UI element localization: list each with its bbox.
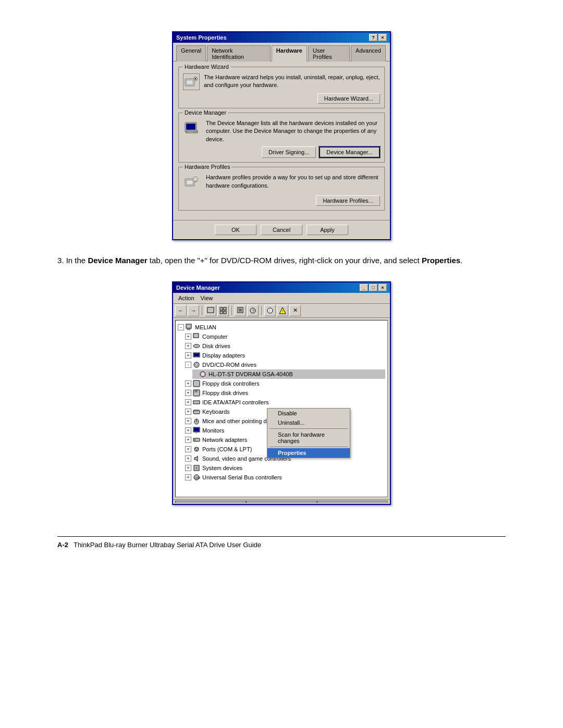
tree-network-label: Network adapters <box>202 437 247 443</box>
svg-rect-31 <box>193 334 199 338</box>
svg-rect-30 <box>187 329 190 330</box>
icon-ide <box>192 398 201 406</box>
svg-rect-8 <box>189 132 193 132</box>
toolbar-btn7[interactable]: ✕ <box>289 305 301 316</box>
icon-ports <box>192 445 201 453</box>
icon-keyboard <box>192 408 201 416</box>
context-disable[interactable]: Disable <box>267 409 350 418</box>
svg-point-53 <box>194 439 196 440</box>
expand-icon-sound[interactable]: + <box>185 455 191 462</box>
device-manager-content: The Device Manager lists all the hardwar… <box>183 119 380 143</box>
expand-icon-system[interactable]: + <box>185 465 191 471</box>
tree-item-system[interactable]: + System devices <box>185 463 385 473</box>
svg-point-56 <box>197 448 198 449</box>
tab-user-profiles[interactable]: User Profiles <box>308 45 350 61</box>
svg-rect-15 <box>220 307 223 310</box>
expand-icon-dvd[interactable]: - <box>185 362 191 368</box>
svg-rect-45 <box>195 411 197 412</box>
toolbar-btn2[interactable] <box>217 305 229 316</box>
tab-hardware[interactable]: Hardware <box>272 45 307 61</box>
tree-item-usb[interactable]: + USB Universal Serial Bus controllers <box>185 473 385 482</box>
expand-icon-floppy-drv[interactable]: + <box>185 390 191 396</box>
device-manager-button[interactable]: Device Manager... <box>319 146 380 158</box>
expand-icon-network[interactable]: + <box>185 437 191 443</box>
hardware-wizard-button[interactable]: Hardware Wizard... <box>317 93 380 104</box>
context-scan[interactable]: Scan for hardware changes <box>267 430 350 446</box>
dm-maximize-button[interactable]: □ <box>369 284 377 291</box>
ok-button[interactable]: OK <box>215 225 256 235</box>
hardware-wizard-group: Hardware Wizard The Hardware wizard <box>178 67 385 108</box>
tree-item-disk-drives[interactable]: + Disk drives <box>185 341 385 351</box>
device-manager-title: Device Manager <box>176 285 220 291</box>
context-uninstall[interactable]: Uninstall... <box>267 418 350 427</box>
menu-action[interactable]: Action <box>175 294 198 302</box>
dm-close-button[interactable]: × <box>378 284 387 291</box>
tree-hldt-label: HL-DT-ST DVDRAM GSA-4040B <box>209 371 293 377</box>
expand-icon-monitors[interactable]: + <box>185 427 191 434</box>
svg-point-36 <box>195 364 198 366</box>
tree-item-hldt[interactable]: HL-DT-ST DVDRAM GSA-4040B <box>192 369 385 379</box>
apply-button[interactable]: Apply <box>307 225 348 235</box>
menu-view[interactable]: View <box>198 294 216 302</box>
expand-icon-kbd[interactable]: + <box>185 409 191 415</box>
toolbar-forward[interactable]: → <box>188 305 199 316</box>
dm-minimize-button[interactable]: _ <box>360 284 368 291</box>
expand-icon-floppy-ctrl[interactable]: + <box>185 380 191 387</box>
expand-icon-root[interactable]: - <box>178 324 184 330</box>
tree-item-floppy-drv[interactable]: + Floppy disk drives <box>185 388 385 398</box>
hardware-profiles-icon: ... <box>183 174 202 192</box>
icon-cdrom-drive <box>199 370 207 378</box>
toolbar-btn4[interactable]: ? <box>247 305 259 316</box>
svg-point-55 <box>195 448 196 449</box>
svg-rect-39 <box>193 380 200 387</box>
svg-rect-17 <box>220 311 223 314</box>
driver-signing-button[interactable]: Driver Signing... <box>262 146 316 158</box>
tab-general[interactable]: General <box>176 45 206 61</box>
hardware-wizard-description: The Hardware wizard helps you install, u… <box>204 73 380 90</box>
svg-point-57 <box>196 450 197 451</box>
icon-system <box>192 464 201 472</box>
cancel-button[interactable]: Cancel <box>261 225 302 235</box>
icon-display <box>192 351 201 360</box>
tree-item-computer[interactable]: + Computer <box>185 332 385 341</box>
close-button[interactable]: × <box>378 34 387 41</box>
toolbar-back[interactable]: ← <box>175 305 187 316</box>
instruction-paragraph: 3. In the Device Manager tab, open the "… <box>57 255 506 267</box>
svg-text:!: ! <box>270 309 271 313</box>
instruction-number: 3. <box>57 256 64 265</box>
hardware-profiles-button[interactable]: Hardware Profiles... <box>316 195 380 206</box>
context-properties[interactable]: Properties <box>267 448 350 458</box>
tree-item-root[interactable]: - MELIAN <box>178 323 385 332</box>
icon-disk <box>192 342 201 350</box>
expand-icon-ide[interactable]: + <box>185 399 191 405</box>
svg-point-38 <box>202 373 204 375</box>
tree-item-dvd[interactable]: - DVD/CD-ROM drives <box>185 360 385 369</box>
expand-icon-disk[interactable]: + <box>185 343 191 349</box>
tree-item-ide[interactable]: + IDE ATA/ATAPI controllers <box>185 398 385 407</box>
expand-icon-ports[interactable]: + <box>185 446 191 452</box>
page-content: System Properties ? × General Network Id… <box>57 31 506 549</box>
expand-icon-mice[interactable]: + <box>185 418 191 424</box>
tree-floppy-ctrl-label: Floppy disk controllers <box>202 380 259 387</box>
instruction-bold1: Device Manager <box>88 256 147 265</box>
system-properties-title: System Properties <box>176 34 227 41</box>
instruction-text-middle: tab, open the "+" for DVD/CD-ROM drives,… <box>148 256 422 265</box>
toolbar-sep2 <box>231 306 232 315</box>
tree-item-display[interactable]: + Display adapters <box>185 351 385 360</box>
tab-advanced[interactable]: Advanced <box>351 45 386 61</box>
toolbar-btn3[interactable] <box>235 305 246 316</box>
expand-icon-usb[interactable]: + <box>185 474 191 480</box>
hardware-wizard-icon <box>183 73 200 90</box>
help-button[interactable]: ? <box>369 34 377 41</box>
toolbar-btn5[interactable]: ! <box>264 305 276 316</box>
expand-icon-computer[interactable]: + <box>185 334 191 340</box>
tree-item-floppy-ctrl[interactable]: + Floppy disk controllers <box>185 379 385 388</box>
icon-usb: USB <box>192 473 201 482</box>
tab-network-identification[interactable]: Network Identification <box>207 45 271 61</box>
expand-icon-display[interactable]: + <box>185 352 191 359</box>
toolbar-btn6[interactable]: ! <box>277 305 288 316</box>
device-manager-tree[interactable]: - MELIAN + Computer + <box>175 320 388 497</box>
toolbar-btn1[interactable] <box>205 305 216 316</box>
tree-root-label: MELIAN <box>195 324 216 330</box>
svg-rect-1 <box>187 80 193 84</box>
